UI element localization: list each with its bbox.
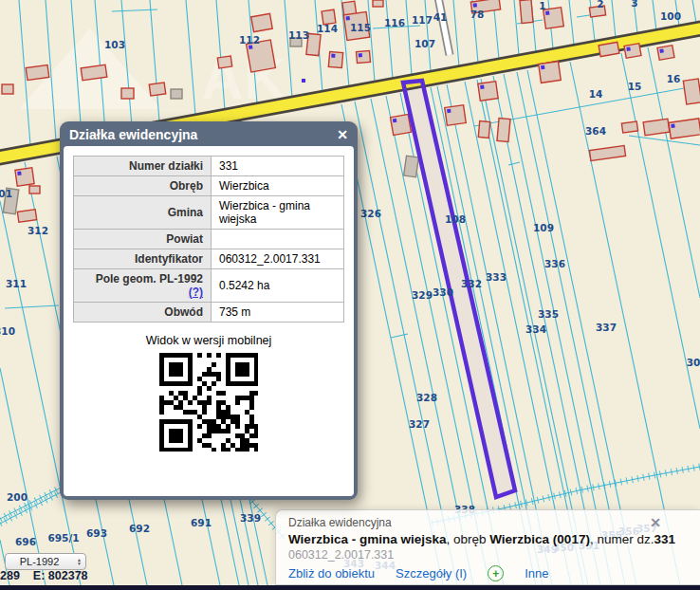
parcel-number-label: 41 [433, 11, 448, 23]
easting-value: E: 802378 [33, 569, 88, 582]
bottom-bar [0, 585, 700, 590]
result-panel: Działka ewidencyjna ✕ Wierzbica - gmina … [275, 509, 700, 585]
parcel-number-label: 103 [104, 39, 125, 50]
parcel-number-label: 329 [412, 289, 433, 301]
building [683, 79, 700, 104]
address-point [473, 3, 478, 8]
address-point [249, 45, 253, 49]
building [539, 62, 562, 83]
parcel-number-label: 200 [7, 491, 28, 503]
qr-code [159, 353, 258, 452]
parcel-number-label: 117 [412, 14, 433, 26]
parcel-number-label: 14 [589, 88, 603, 100]
parcel-number-label: 78 [470, 9, 485, 20]
close-icon[interactable]: ✕ [337, 128, 348, 141]
building [478, 121, 489, 138]
parcel-number-label: 335 [538, 308, 559, 320]
table-row: Numer działki331 [74, 157, 344, 176]
dialog-body: Numer działki331ObrębWierzbicaGminaWierz… [64, 146, 354, 496]
building [149, 83, 166, 96]
parcel-number-label: 101 [0, 188, 12, 199]
parcel-number-label: 330 [433, 286, 453, 298]
attribute-label: Obwód [74, 303, 212, 323]
parcel-number-label: 693 [86, 527, 107, 539]
address-point [626, 46, 631, 51]
result-close-icon[interactable]: ✕ [650, 515, 661, 530]
table-row: Identyfikator060312_2.0017.331 [74, 249, 344, 269]
parcel-number-label: 311 [6, 278, 27, 289]
parcel-number-label: 332 [461, 278, 482, 289]
parcel-number-label: 116 [384, 17, 405, 28]
action-link[interactable]: Zbliż do obiektu [288, 566, 375, 581]
building [478, 82, 498, 101]
crs-select[interactable]: PL-1992 ▲▼ [5, 553, 86, 570]
attribute-label: Obręb [74, 176, 212, 196]
parcel-number-label: 113 [288, 29, 309, 41]
parcel-identifier: 060312_2.0017.331 [288, 548, 700, 562]
select-stepper-icon: ▲▼ [73, 558, 85, 565]
building [404, 156, 419, 177]
qr-code-wrapper [64, 353, 354, 455]
attribute-label: Numer działki [74, 157, 212, 176]
address-point [393, 119, 397, 123]
parcel-number-label: 108 [445, 213, 466, 225]
parcel-number-label: 333 [486, 271, 507, 283]
address-point [541, 65, 545, 70]
address-point [671, 123, 675, 128]
crs-value: PL-1992 [6, 556, 73, 567]
address-point [659, 48, 664, 53]
parcel-number-label: 310 [0, 325, 15, 337]
address-point [545, 11, 550, 16]
address-point [331, 54, 335, 58]
address-point [480, 85, 485, 90]
building [121, 88, 134, 99]
parcel-number-label: 15 [628, 81, 642, 92]
parcel-number-label: 107 [414, 38, 435, 49]
parcel-number-label: 326 [360, 208, 381, 219]
parcel-number-label: 3 [631, 0, 637, 9]
attribute-value: 060312_2.0017.331 [212, 249, 344, 269]
building [328, 51, 342, 67]
action-link[interactable]: Szczegóły (I) [396, 566, 467, 581]
building [15, 168, 34, 186]
mobile-version-link[interactable]: Widok w wersji mobilnej [64, 334, 354, 347]
parcel-number-label: 327 [409, 418, 430, 430]
parcel-number-label: 2 [597, 0, 603, 9]
parcel-number-label: 109 [533, 222, 554, 233]
parcel-number-label: 339 [240, 512, 261, 524]
building [520, 0, 533, 23]
table-row: Obwód735 m [74, 303, 344, 323]
building [17, 210, 36, 223]
dialog-title: Działka ewidencyjna [69, 127, 197, 142]
add-icon[interactable]: + [488, 565, 504, 581]
building [217, 56, 231, 68]
northing-value: 289 [0, 569, 20, 582]
attribute-value: 735 m [212, 303, 344, 323]
building [643, 119, 670, 135]
address-point [17, 171, 22, 175]
building [624, 44, 641, 59]
dialog-titlebar[interactable]: Działka ewidencyjna ✕ [60, 121, 358, 146]
parcel-number-label: 691 [191, 517, 212, 528]
address-point [302, 79, 305, 83]
address-point [359, 53, 362, 57]
parcel-number-label: 334 [525, 323, 546, 335]
building [669, 119, 700, 138]
more-link[interactable]: Inne [525, 566, 548, 581]
building [373, 0, 383, 7]
table-row: Pole geom. PL-1992(?)0.5242 ha [74, 269, 344, 303]
parcel-number-label: 312 [28, 225, 48, 236]
parcel-number-label: 695/1 [47, 532, 79, 544]
table-row: ObrębWierzbica [74, 176, 344, 196]
attribute-value: 0.5242 ha [212, 269, 344, 303]
building [497, 119, 510, 142]
parcel-number-label: 336 [544, 258, 565, 269]
coordinate-readout: 289 E: 802378 [0, 569, 88, 582]
parcel-number-label: 337 [596, 322, 617, 333]
building [357, 50, 371, 63]
building [543, 8, 564, 28]
help-link[interactable]: (?) [189, 286, 203, 299]
result-actions: Zbliż do obiektuSzczegóły (I)+Inne [288, 565, 700, 581]
parcel-number-label: 364 [585, 125, 606, 137]
table-row: GminaWierzbica - gmina wiejska [74, 196, 344, 230]
